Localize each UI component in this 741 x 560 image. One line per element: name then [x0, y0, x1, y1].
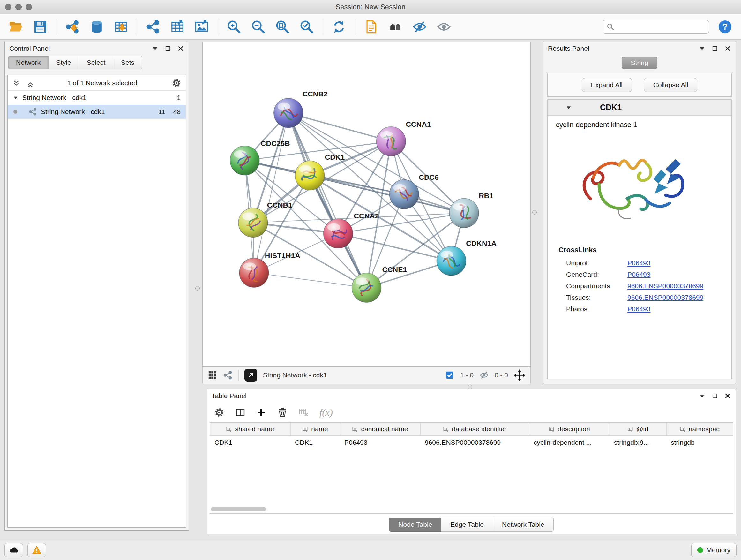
export-table-button[interactable] [169, 18, 186, 35]
network-node-hist1h1a[interactable]: HIST1H1A [239, 251, 300, 287]
panel-float-icon[interactable] [711, 392, 718, 399]
add-column-icon[interactable] [256, 408, 266, 418]
zoom-selected-button[interactable] [298, 18, 315, 35]
table-cell[interactable]: P06493 [340, 435, 420, 449]
search-icon [607, 23, 614, 30]
birdseye-grid-icon[interactable] [208, 370, 217, 380]
refresh-layout-button[interactable] [331, 18, 347, 35]
delete-table-icon[interactable] [298, 408, 309, 418]
horizontal-scrollbar[interactable] [211, 507, 266, 511]
table-cell[interactable]: CDK1 [290, 435, 340, 449]
collapse-all-icon[interactable] [24, 79, 32, 87]
panel-float-icon[interactable] [164, 45, 172, 52]
table-cell[interactable]: stringdb [666, 435, 733, 449]
open-session-button[interactable] [8, 18, 24, 35]
memory-button[interactable]: Memory [691, 543, 737, 557]
tab-network[interactable]: Network [8, 56, 49, 69]
table-cell[interactable]: cyclin-dependent ... [529, 435, 610, 449]
function-builder-button[interactable]: f(x) [320, 407, 333, 418]
panel-close-icon[interactable] [724, 392, 731, 399]
network-canvas[interactable]: CCNB2CCNA1CDC25BCDK1CDC6RB1CCNB1CCNA2CDK… [202, 42, 531, 367]
search-box[interactable] [603, 20, 709, 34]
network-node-cdkn1a[interactable]: CDKN1A [436, 239, 496, 275]
help-button[interactable] [717, 18, 733, 35]
open-in-browser-button[interactable] [245, 369, 257, 381]
table-cell[interactable]: stringdb:9... [610, 435, 666, 449]
save-session-button[interactable] [32, 18, 49, 35]
export-image-button[interactable] [193, 18, 210, 35]
export-network-button[interactable] [145, 18, 161, 35]
network-graph[interactable]: CCNB2CCNA1CDC25BCDK1CDC6RB1CCNB1CCNA2CDK… [203, 42, 530, 366]
tab-style[interactable]: Style [49, 56, 79, 69]
hidden-eye-slash-icon[interactable] [479, 370, 489, 380]
expand-all-button[interactable]: Expand All [582, 78, 632, 92]
crosslink-value-link[interactable]: 9606.ENSP00000378699 [627, 282, 703, 290]
network-node-cdk1[interactable]: CDK1 [295, 153, 345, 190]
expand-all-icon[interactable] [12, 79, 20, 87]
zoom-fit-button[interactable] [274, 18, 291, 35]
selected-checkbox-icon[interactable] [445, 370, 455, 380]
pan-crosshair-icon[interactable] [514, 369, 525, 381]
import-network-database-button[interactable] [88, 18, 105, 35]
tab-select[interactable]: Select [79, 56, 113, 69]
crosslink-value-link[interactable]: 9606.ENSP00000378699 [627, 294, 703, 301]
collapse-all-button[interactable]: Collapse All [644, 78, 697, 92]
cloud-status-button[interactable] [4, 543, 23, 557]
import-network-file-button[interactable] [64, 18, 81, 35]
crosslink-value-link[interactable]: P06493 [627, 305, 650, 313]
import-table-button[interactable] [113, 18, 129, 35]
zoom-out-button[interactable] [250, 18, 266, 35]
warnings-button[interactable] [27, 543, 46, 557]
network-node-ccne1[interactable]: CCNE1 [352, 265, 407, 302]
table-cell[interactable]: CDK1 [210, 435, 290, 449]
tree-row-collection[interactable]: String Network - cdk1 1 [8, 91, 186, 105]
disclosure-triangle-icon[interactable] [13, 95, 18, 101]
window-zoom-button[interactable] [25, 4, 32, 10]
crosslink-value-link[interactable]: P06493 [627, 271, 650, 278]
show-columns-icon[interactable] [235, 408, 246, 418]
table-cell[interactable]: 9606.ENSP00000378699 [420, 435, 529, 449]
string-home-button[interactable] [387, 18, 404, 35]
table-row[interactable]: CDK1CDK1P064939606.ENSP00000378699cyclin… [210, 435, 733, 449]
toggle-graphics-details-button[interactable] [411, 18, 428, 35]
panel-close-icon[interactable] [724, 45, 731, 52]
column-header--id[interactable]: @id [610, 423, 666, 435]
tab-network-table[interactable]: Network Table [493, 517, 554, 532]
results-tab-string[interactable]: String [622, 57, 658, 69]
column-header-name[interactable]: name [290, 423, 340, 435]
network-node-cdc6[interactable]: CDC6 [389, 173, 439, 209]
network-node-ccna1[interactable]: CCNA1 [376, 120, 431, 156]
panel-close-icon[interactable] [177, 45, 184, 52]
column-header-namespac[interactable]: namespac [666, 423, 733, 435]
panel-float-icon[interactable] [711, 45, 718, 52]
search-input[interactable] [617, 23, 705, 30]
panel-menu-icon[interactable] [698, 45, 705, 52]
tab-sets[interactable]: Sets [113, 56, 142, 69]
crosslink-value-link[interactable]: P06493 [627, 259, 650, 267]
splitter-handle-right[interactable] [532, 210, 537, 214]
disclosure-triangle-icon[interactable] [565, 105, 572, 111]
column-header-description[interactable]: description [529, 423, 610, 435]
zoom-in-button[interactable] [226, 18, 242, 35]
window-close-button[interactable] [5, 4, 11, 10]
tab-node-table[interactable]: Node Table [389, 517, 441, 532]
table-settings-gear-icon[interactable] [214, 408, 224, 418]
network-share-icon[interactable] [223, 370, 232, 380]
panel-menu-icon[interactable] [151, 45, 158, 52]
column-header-canonical-name[interactable]: canonical name [340, 423, 420, 435]
network-options-gear-icon[interactable] [172, 78, 181, 88]
annotation-document-button[interactable] [363, 18, 380, 35]
column-header-shared-name[interactable]: shared name [210, 423, 290, 435]
column-header-database-identifier[interactable]: database identifier [420, 423, 529, 435]
panel-menu-icon[interactable] [698, 392, 705, 399]
splitter-handle-left[interactable] [195, 286, 200, 291]
delete-column-trash-icon[interactable] [277, 408, 287, 418]
window-minimize-button[interactable] [15, 4, 22, 10]
results-buttons: Expand All Collapse All [547, 73, 732, 97]
tab-edge-table[interactable]: Edge Table [441, 517, 493, 532]
preview-button[interactable] [435, 18, 452, 35]
network-node-rb1[interactable]: RB1 [449, 192, 493, 228]
splitter-handle-bottom[interactable] [468, 385, 472, 389]
tree-row-network[interactable]: String Network - cdk1 11 48 [8, 105, 186, 119]
gene-section-header[interactable]: CDK1 [548, 100, 731, 116]
